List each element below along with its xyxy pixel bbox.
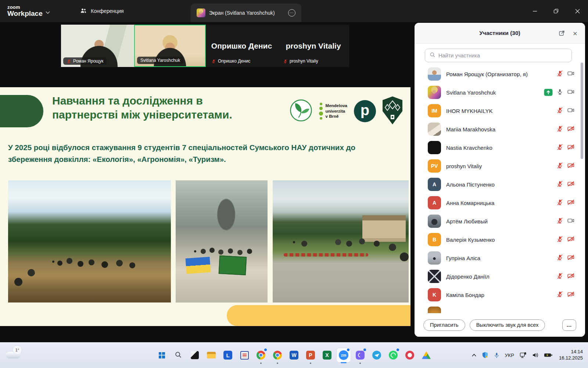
mic-status-icon: [556, 125, 563, 134]
close-panel-icon[interactable]: ×: [571, 29, 579, 37]
participant-name: Каміла Бондар: [446, 292, 556, 298]
taskbar-icon-windows[interactable]: [155, 348, 169, 362]
participant-name: Nastia Kravchenko: [446, 145, 556, 151]
participant-row[interactable]: Mariia Marakhovska: [415, 120, 580, 138]
language-indicator[interactable]: УКР: [505, 353, 514, 358]
slide-logos: Mendelova univerzita v Brně p: [290, 95, 402, 127]
system-tray: УКР 14:14 16.12.2025: [472, 342, 583, 368]
speaker-icon[interactable]: [532, 351, 539, 359]
taskbar-icon-word[interactable]: W: [287, 348, 301, 362]
participant-row[interactable]: IM IHOR MYKHAILYK: [415, 102, 580, 120]
tab-conference-label: Конференция: [91, 8, 124, 14]
microphone-tray-icon[interactable]: [494, 352, 500, 359]
security-shield-icon[interactable]: [481, 351, 489, 359]
participant-row[interactable]: B Валерія Кузьменко: [415, 230, 580, 249]
taskbar-icon-search[interactable]: [171, 348, 185, 362]
invite-button[interactable]: Пригласить: [423, 319, 465, 331]
mendel-university-logo: Mendelova univerzita v Brně: [319, 103, 347, 120]
taskbar-icon-save-app[interactable]: [237, 348, 251, 362]
participant-name: IHOR MYKHAILYK: [446, 108, 556, 114]
popout-icon[interactable]: [558, 29, 566, 37]
taskbar-icon-google-drive[interactable]: [419, 348, 433, 362]
participant-row[interactable]: K Каміла Бондар: [415, 286, 580, 304]
participants-footer: Пригласить Выключить звук для всех …: [415, 313, 585, 337]
minimize-button[interactable]: [524, 0, 545, 22]
mic-status-icon: [556, 88, 563, 97]
mic-status-icon: [556, 199, 563, 207]
taskbar-icon-l-app[interactable]: L: [221, 348, 235, 362]
university-crest-logo: [383, 96, 402, 126]
participant-row[interactable]: Артём Любивый: [415, 212, 580, 230]
restore-button[interactable]: [545, 0, 567, 22]
taskbar-icon-opera[interactable]: [403, 348, 417, 362]
tab-conference[interactable]: Конференция: [72, 0, 132, 22]
notification-dot: [347, 348, 349, 351]
participant-row[interactable]: PV proshyn Vitaliy: [415, 157, 580, 175]
video-tile-proshyn[interactable]: proshyn Vitaliy proshyn Vitaliy: [277, 25, 349, 67]
taskbar-icon-file-explorer[interactable]: [204, 348, 218, 362]
notification-dot: [397, 348, 399, 351]
participant-row[interactable]: A Анна Комарницька: [415, 194, 580, 212]
tab-more-options-icon[interactable]: ⋯: [288, 9, 295, 17]
more-options-button[interactable]: …: [562, 319, 576, 331]
taskbar-icon-powerpoint[interactable]: P: [304, 348, 318, 362]
tab-screen-share[interactable]: Экран (Svitlana Yaroshchuk) ⋯: [191, 4, 301, 22]
workplace-logo-text: Workplace: [7, 10, 43, 17]
participant-name: Анна Комарницька: [446, 200, 556, 206]
participant-row[interactable]: A Альона Пістуненко: [415, 175, 580, 194]
photo-palace-garden: [273, 180, 409, 302]
video-tile-svitlana[interactable]: Svitlana Yaroshchuk: [134, 25, 206, 67]
camera-status-icon: [567, 143, 575, 152]
mic-muted-icon: [283, 59, 288, 64]
taskbar-icon-chrome[interactable]: [254, 348, 268, 362]
participant-row[interactable]: Svitlana Yaroshchuk: [415, 83, 580, 102]
tray-chevron-up-icon[interactable]: [472, 353, 477, 357]
battery-icon[interactable]: [544, 352, 553, 358]
participant-avatar: PV: [428, 159, 441, 173]
weather-widget[interactable]: 1°: [6, 345, 22, 358]
ginkgo-logo: [290, 99, 312, 123]
network-icon[interactable]: [519, 351, 527, 359]
taskbar-icon-whatsapp[interactable]: [386, 348, 400, 362]
ukrainian-flag: [186, 257, 211, 274]
participant-avatar: [428, 251, 441, 265]
scrollbar[interactable]: [581, 63, 583, 159]
chevron-down-icon[interactable]: [46, 9, 50, 15]
close-button[interactable]: [567, 0, 588, 22]
taskbar-icon-telegram[interactable]: [370, 348, 384, 362]
taskbar-icon-chrome-alt[interactable]: [270, 348, 284, 362]
clock[interactable]: 14:14 16.12.2025: [559, 349, 583, 361]
tray-time: 14:14: [559, 349, 583, 355]
search-input[interactable]: [438, 53, 567, 59]
video-tile-roman[interactable]: Роман Ярощук: [61, 25, 134, 67]
mic-status-icon: [556, 144, 563, 152]
participant-row[interactable]: Nastia Kravchenko: [415, 138, 580, 157]
mic-status-icon: [556, 291, 563, 299]
participant-row[interactable]: Гупріна Аліса: [415, 249, 580, 267]
camera-status-icon: [567, 290, 575, 300]
participant-row[interactable]: Роман Ярощук (Организатор, я): [415, 65, 580, 83]
camera-status-icon: [567, 217, 575, 226]
p-circle-logo: p: [354, 100, 376, 122]
taskbar-icon-zoom[interactable]: zm: [337, 348, 351, 362]
mic-muted-icon: [211, 59, 216, 64]
video-tile-oprishko[interactable]: Опришко Денис Опришко Денис: [206, 25, 277, 67]
mic-status-icon: [556, 107, 563, 115]
photo-forest-overlook: [8, 180, 171, 302]
participant-row[interactable]: Дідоренко Даніїл: [415, 267, 580, 286]
taskbar-icon-excel[interactable]: X: [320, 348, 334, 362]
search-icon: [430, 52, 435, 59]
mic-status-icon: [556, 180, 563, 189]
participant-avatar: [428, 86, 441, 99]
taskbar-icon-viber[interactable]: [353, 348, 367, 362]
mute-all-button[interactable]: Выключить звук для всех: [470, 319, 545, 331]
taskbar-icon-dark-app[interactable]: [188, 348, 202, 362]
participant-name: Альона Пістуненко: [446, 181, 556, 188]
mic-status-icon: [556, 236, 563, 244]
screen-share-badge: [544, 89, 553, 96]
participant-big-name: Опришко Денис: [206, 42, 277, 50]
video-tile-name: Роман Ярощук: [73, 59, 103, 64]
participant-row[interactable]: [415, 304, 580, 313]
participant-name: Mariia Marakhovska: [446, 126, 556, 132]
slide-body-text: У 2025 році відбулося стажування 9 студе…: [8, 142, 398, 165]
